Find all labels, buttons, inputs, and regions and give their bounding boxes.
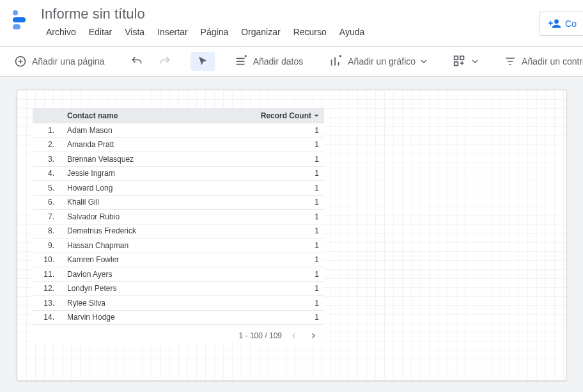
row-contact-name: Amanda Pratt — [61, 140, 254, 149]
row-index: 12. — [33, 284, 61, 293]
add-page-label: Añadir una página — [32, 56, 105, 67]
pager-next-button[interactable] — [306, 329, 320, 343]
pager-prev-button[interactable] — [287, 329, 301, 343]
header-record-count[interactable]: Record Count — [254, 111, 324, 120]
row-record-count: 1 — [254, 184, 324, 192]
community-viz-button[interactable] — [446, 51, 485, 72]
add-control-label: Añadir un control — [522, 56, 583, 67]
row-contact-name: Howard Long — [61, 184, 254, 192]
undo-button[interactable] — [124, 51, 150, 72]
row-contact-name: Kamren Fowler — [61, 255, 254, 264]
row-contact-name: Adam Mason — [61, 126, 254, 135]
row-contact-name: Demetrius Frederick — [61, 226, 254, 235]
row-index: 11. — [33, 270, 61, 279]
menu-archivo[interactable]: Archivo — [41, 24, 81, 40]
row-index: 8. — [33, 226, 61, 235]
share-button[interactable]: Co — [539, 12, 583, 36]
table-chart[interactable]: Contact name Record Count 1.Adam Mason12… — [33, 108, 324, 343]
table-row[interactable]: 7.Salvador Rubio1 — [33, 210, 324, 224]
menu-insertar[interactable]: Insertar — [152, 24, 192, 40]
row-record-count: 1 — [254, 126, 324, 135]
document-title[interactable]: Informe sin título — [41, 5, 573, 23]
row-contact-name: Rylee Silva — [61, 299, 254, 308]
row-contact-name: Hassan Chapman — [61, 241, 254, 250]
row-record-count: 1 — [254, 313, 324, 322]
row-contact-name: Salvador Rubio — [61, 212, 254, 221]
table-row[interactable]: 2.Amanda Pratt1 — [33, 138, 324, 153]
datastudio-logo — [10, 8, 33, 31]
table-row[interactable]: 10.Kamren Fowler1 — [33, 253, 324, 268]
sort-desc-icon — [314, 113, 319, 118]
table-row[interactable]: 1.Adam Mason1 — [33, 123, 324, 138]
table-row[interactable]: 14.Marvin Hodge1 — [33, 311, 324, 325]
row-contact-name: Khalil Gill — [61, 198, 254, 207]
row-record-count: 1 — [254, 140, 324, 149]
row-record-count: 1 — [254, 284, 324, 293]
add-data-button[interactable]: Añadir datos — [228, 51, 310, 72]
app-header: Informe sin título Archivo Editar Vista … — [0, 0, 583, 40]
table-row[interactable]: 3.Brennan Velasquez1 — [33, 152, 324, 167]
report-canvas[interactable]: Contact name Record Count 1.Adam Mason12… — [17, 90, 566, 380]
table-row[interactable]: 6.Khalil Gill1 — [33, 196, 324, 210]
table-pager: 1 - 100 / 109 — [33, 325, 324, 343]
row-index: 5. — [33, 184, 61, 192]
undo-icon — [130, 55, 143, 68]
row-index: 14. — [33, 313, 61, 322]
redo-icon — [159, 55, 171, 68]
table-row[interactable]: 11.Davion Ayers1 — [33, 267, 324, 282]
row-record-count: 1 — [254, 226, 324, 235]
menu-recurso[interactable]: Recurso — [288, 24, 332, 40]
menu-organizar[interactable]: Organizar — [236, 24, 285, 40]
dropdown-icon — [472, 58, 478, 65]
select-tool-button[interactable] — [190, 52, 215, 71]
table-row[interactable]: 9.Hassan Chapman1 — [33, 239, 324, 253]
table-row[interactable]: 5.Howard Long1 — [33, 181, 324, 196]
row-index: 10. — [33, 255, 61, 264]
menu-editar[interactable]: Editar — [84, 24, 118, 40]
share-label: Co — [565, 19, 577, 29]
toolbar: Añadir una página Añadir datos — [0, 46, 583, 77]
row-index: 13. — [33, 299, 61, 308]
row-record-count: 1 — [254, 212, 324, 221]
row-record-count: 1 — [254, 241, 324, 250]
svg-rect-2 — [13, 24, 20, 29]
table-header: Contact name Record Count — [33, 108, 324, 123]
row-index: 6. — [33, 198, 61, 207]
add-circle-icon — [14, 55, 27, 68]
row-contact-name: Davion Ayers — [61, 270, 254, 279]
row-contact-name: Brennan Velasquez — [61, 155, 254, 164]
chevron-left-icon — [290, 332, 298, 340]
table-row[interactable]: 8.Demetrius Frederick1 — [33, 224, 324, 239]
svg-rect-1 — [13, 17, 26, 22]
menu-pagina[interactable]: Página — [196, 24, 234, 40]
add-chart-button[interactable]: Añadir un gráfico — [322, 51, 433, 72]
chevron-right-icon — [309, 332, 317, 340]
redo-button[interactable] — [152, 51, 178, 72]
add-chart-label: Añadir un gráfico — [348, 56, 416, 67]
add-chart-icon — [329, 54, 343, 68]
row-contact-name: Jessie Ingram — [61, 169, 254, 178]
row-record-count: 1 — [254, 155, 324, 164]
row-index: 9. — [33, 241, 61, 250]
svg-point-3 — [554, 19, 559, 24]
svg-rect-5 — [455, 56, 458, 60]
row-index: 2. — [33, 140, 61, 149]
menu-ayuda[interactable]: Ayuda — [334, 24, 369, 40]
header-contact-name[interactable]: Contact name — [61, 111, 254, 120]
add-data-label: Añadir datos — [253, 56, 304, 67]
table-row[interactable]: 12.Londyn Peters1 — [33, 282, 324, 297]
add-control-button[interactable]: Añadir un control — [497, 51, 583, 72]
menu-vista[interactable]: Vista — [120, 24, 150, 40]
row-record-count: 1 — [254, 198, 324, 207]
row-record-count: 1 — [254, 299, 324, 308]
row-index: 4. — [33, 169, 61, 178]
svg-rect-7 — [455, 62, 458, 66]
svg-point-0 — [13, 10, 18, 15]
add-page-button[interactable]: Añadir una página — [8, 51, 111, 72]
add-data-icon — [234, 54, 248, 68]
row-record-count: 1 — [254, 169, 324, 178]
table-row[interactable]: 4.Jessie Ingram1 — [33, 167, 324, 182]
pager-range: 1 - 100 / 109 — [239, 331, 282, 340]
row-record-count: 1 — [254, 255, 324, 264]
table-row[interactable]: 13.Rylee Silva1 — [33, 296, 324, 311]
